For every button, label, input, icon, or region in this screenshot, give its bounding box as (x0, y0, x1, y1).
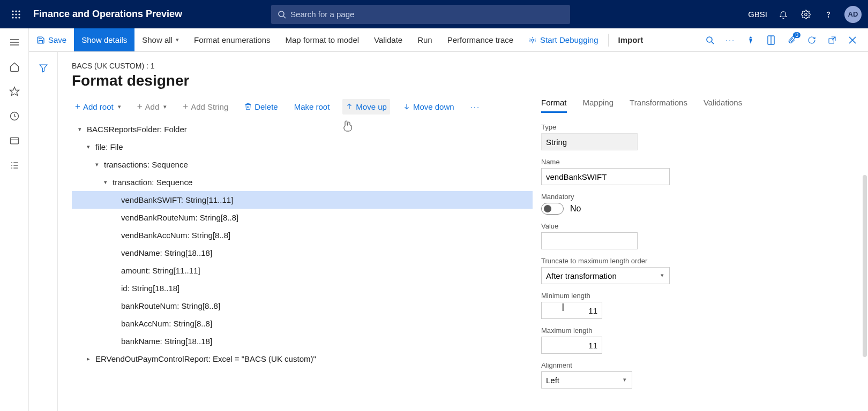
tree-node[interactable]: ▾transactions: Sequence (72, 156, 533, 173)
tree-node[interactable]: id: String[18..18] (72, 279, 533, 297)
start-debugging-button[interactable]: Start Debugging (521, 28, 605, 51)
tree-node[interactable]: bankName: String[18..18] (72, 332, 533, 350)
gear-icon[interactable] (799, 8, 812, 21)
search-toolbar-icon[interactable] (704, 36, 716, 44)
modules-icon[interactable] (8, 159, 21, 172)
org-label[interactable]: GBSI (748, 10, 767, 19)
show-details-button[interactable]: Show details (74, 28, 134, 51)
tree-node[interactable]: ▾BACSReportsFolder: Folder (72, 120, 533, 138)
avatar[interactable]: AD (844, 6, 862, 23)
tree-node[interactable]: ▾transaction: Sequence (72, 173, 533, 191)
name-input[interactable]: vendBankSWIFT (541, 168, 670, 185)
tree-node-selected[interactable]: vendBankSWIFT: String[11..11] (72, 191, 533, 209)
global-search[interactable] (271, 5, 570, 24)
perf-label: Performance trace (447, 35, 513, 44)
designer-more-icon[interactable]: ··· (467, 99, 484, 115)
make-root-button[interactable]: Make root (291, 99, 333, 115)
tab-format[interactable]: Format (541, 98, 567, 113)
value-label: Value (541, 222, 843, 230)
validate-button[interactable]: Validate (366, 28, 410, 51)
add-string-button[interactable]: +Add String (179, 98, 231, 115)
tree-node[interactable]: ▾file: File (72, 138, 533, 156)
tab-mapping[interactable]: Mapping (583, 98, 614, 113)
tab-transformations[interactable]: Transformations (630, 98, 687, 113)
home-icon[interactable] (8, 60, 21, 73)
star-icon[interactable] (8, 85, 21, 98)
alignment-select[interactable]: Left (541, 371, 632, 389)
attachment-icon[interactable]: 0 (785, 35, 797, 45)
tree-node[interactable]: bankAccNum: String[8..8] (72, 315, 533, 332)
validate-label: Validate (374, 35, 402, 44)
debug-icon (528, 36, 537, 44)
field-value: Value (541, 222, 843, 249)
tree-node[interactable]: bankRouteNum: String[8..8] (72, 297, 533, 315)
performance-trace-button[interactable]: Performance trace (440, 28, 521, 51)
scrollbar[interactable] (863, 175, 867, 357)
workspace-icon[interactable] (8, 134, 21, 147)
arrow-down-icon (403, 103, 410, 110)
toolbar-divider (608, 34, 609, 47)
truncate-label: Truncate to maximum length order (541, 257, 843, 265)
bell-icon[interactable] (777, 8, 790, 21)
map-format-button[interactable]: Map format to model (278, 28, 367, 51)
close-icon[interactable] (847, 36, 858, 44)
field-name: Name vendBankSWIFT (541, 158, 843, 185)
waffle-icon[interactable] (6, 5, 26, 24)
add-root-button[interactable]: +Add root (72, 98, 124, 115)
show-all-label: Show all (142, 35, 173, 44)
page-icon[interactable] (765, 35, 777, 45)
tree-node[interactable]: vendName: String[18..18] (72, 244, 533, 262)
mandatory-toggle[interactable] (541, 203, 564, 215)
move-down-button[interactable]: Move down (400, 99, 458, 115)
min-input[interactable]: 11 (541, 302, 602, 319)
tree-node[interactable]: vendBankAccNum: String[8..8] (72, 226, 533, 244)
align-label: Alignment (541, 361, 843, 369)
help-icon[interactable] (822, 8, 835, 21)
add-button[interactable]: +Add (134, 98, 170, 115)
svg-point-5 (18, 13, 20, 15)
delete-button[interactable]: Delete (241, 99, 281, 115)
value-input[interactable] (541, 232, 638, 249)
diamond-icon[interactable] (745, 36, 757, 44)
save-label: Save (48, 35, 66, 44)
svg-rect-18 (10, 138, 18, 144)
svg-line-28 (712, 42, 714, 44)
svg-marker-35 (40, 65, 47, 72)
import-button[interactable]: Import (611, 28, 651, 51)
tree-node[interactable]: amount: String[11..11] (72, 262, 533, 279)
tree-node[interactable]: vendBankRouteNum: String[8..8] (72, 209, 533, 226)
popout-icon[interactable] (826, 36, 838, 44)
type-value: String (541, 133, 638, 150)
show-details-label: Show details (81, 35, 127, 44)
field-mandatory: Mandatory No (541, 193, 843, 215)
max-label: Maximum length (541, 326, 843, 334)
svg-point-11 (805, 13, 807, 16)
format-enum-label: Format enumerations (194, 35, 271, 44)
save-button[interactable]: Save (29, 28, 74, 51)
filter-icon[interactable] (37, 62, 50, 74)
svg-point-0 (12, 10, 13, 12)
splitter-handle[interactable]: || (562, 302, 563, 311)
max-input[interactable]: 11 (541, 337, 602, 354)
hamburger-icon[interactable] (8, 36, 21, 49)
tab-validations[interactable]: Validations (704, 98, 742, 113)
move-up-button[interactable]: Move up (342, 99, 390, 115)
format-enumerations-button[interactable]: Format enumerations (186, 28, 278, 51)
tree-node[interactable]: ▸ERVendOutPaymControlReport: Excel = "BA… (72, 350, 533, 368)
app-title: Finance and Operations Preview (33, 9, 182, 20)
refresh-icon[interactable] (806, 36, 818, 44)
action-toolbar: Save Show details Show all▾ Format enume… (0, 28, 868, 52)
more-icon[interactable]: ··· (724, 35, 736, 44)
clock-icon[interactable] (8, 110, 21, 123)
run-button[interactable]: Run (410, 28, 440, 51)
svg-point-27 (707, 37, 712, 42)
svg-point-3 (12, 13, 13, 15)
show-all-button[interactable]: Show all▾ (134, 28, 186, 51)
svg-point-2 (18, 10, 20, 12)
properties-pane: Format Mapping Transformations Validatio… (533, 62, 854, 411)
map-label: Map format to model (286, 35, 360, 44)
svg-point-26 (532, 39, 534, 41)
attachment-badge: 0 (793, 32, 800, 38)
truncate-select[interactable]: After transformation (541, 267, 670, 284)
search-input[interactable] (290, 10, 564, 19)
